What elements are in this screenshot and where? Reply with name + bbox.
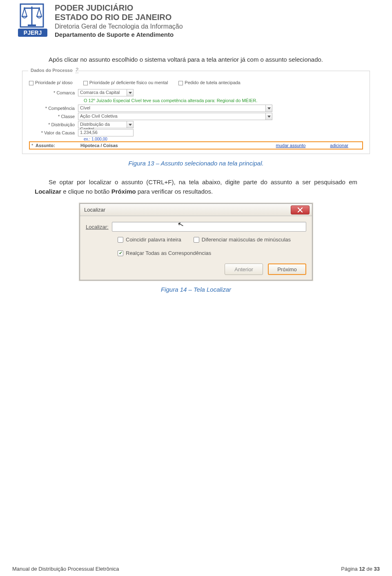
select-comarca[interactable]: Comarca da Capital <box>78 89 127 96</box>
footer-prefix: Página <box>341 566 359 572</box>
select-classe[interactable]: Ação Civil Coletiva <box>78 113 266 120</box>
assunto-value: Hipoteca / Coisas <box>80 143 170 148</box>
chk-label: Pedido de tutela antecipada <box>185 80 240 85</box>
select-distribuicao[interactable]: Distribuição da Capital <box>78 121 127 128</box>
panel-legend: Dados do Processo <box>28 68 75 73</box>
close-icon[interactable] <box>291 205 310 214</box>
page-footer: Manual de Distribuição Processual Eletrô… <box>0 566 392 572</box>
footer-mid: de <box>365 566 374 572</box>
select-competencia[interactable]: Cível <box>78 105 266 112</box>
footer-left: Manual de Distribuição Processual Eletrô… <box>12 566 119 572</box>
svg-rect-5 <box>28 25 36 26</box>
chk-label: Prioridade p/ idoso <box>35 80 73 85</box>
dados-processo-panel: Dados do Processo ? Prioridade p/ idoso … <box>22 71 370 154</box>
chevron-down-icon[interactable] <box>127 121 134 128</box>
chk-label: Diferenciar maiúsculas de minúsculas <box>202 237 291 243</box>
svg-text:PJERJ: PJERJ <box>24 29 42 36</box>
cursor-icon: ↖ <box>176 219 185 230</box>
chk-label: Realçar Todas as Correspondências <box>126 250 211 256</box>
input-valor-causa[interactable]: 1.234,56 <box>78 129 134 136</box>
assunto-highlight-row: * Assunto: Hipoteca / Coisas mudar assun… <box>29 141 363 150</box>
footer-page: Página 12 de 33 <box>341 566 380 572</box>
header-titles: PODER JUDICIÁRIO ESTADO DO RIO DE JANEIR… <box>55 2 183 38</box>
link-adicionar-assunto[interactable]: adicionar <box>330 143 348 148</box>
label-valor-causa: Valor da Causa <box>29 130 78 135</box>
figure13-caption: Figura 13 – Assunto selecionado na tela … <box>12 160 380 167</box>
chk-prioridade-deficiente[interactable]: Prioridade p/ deficiente físico ou menta… <box>83 80 168 85</box>
label-localizar: Localizar: <box>86 224 109 230</box>
competencia-warning: O 12º Juizado Especial Cível teve sua co… <box>27 97 365 104</box>
label-competencia: Competência <box>29 106 78 111</box>
dialog-title-text: Localizar <box>84 207 105 213</box>
chk-realcar[interactable]: Realçar Todas as Correspondências <box>118 250 306 256</box>
p2-a: Se optar por localizar o assunto (CTRL+F… <box>49 179 357 185</box>
btn-anterior[interactable]: Anterior <box>225 263 263 275</box>
help-icon[interactable]: ? <box>76 67 78 73</box>
chk-tutela-antecipada[interactable]: Pedido de tutela antecipada <box>178 80 240 85</box>
chk-prioridade-idoso[interactable]: Prioridade p/ idoso <box>29 80 73 85</box>
chk-label: Coincidir palavra inteira <box>126 237 181 243</box>
paragraph-2: Se optar por localizar o assunto (CTRL+F… <box>35 177 357 196</box>
header-line3: Diretoria Geral de Tecnologia da Informa… <box>55 23 183 30</box>
link-mudar-assunto[interactable]: mudar assunto <box>276 143 306 148</box>
logo-pjerj: PJERJ <box>16 2 49 38</box>
p2-bold-proximo: Próximo <box>111 188 136 195</box>
header-line1: PODER JUDICIÁRIO <box>55 3 183 13</box>
figure14-caption: Figura 14 – Tela Localizar <box>12 286 380 293</box>
chevron-down-icon[interactable] <box>127 89 134 96</box>
chk-diferenciar[interactable]: Diferenciar maiúsculas de minúsculas <box>194 237 291 243</box>
label-classe: Classe <box>29 114 78 119</box>
input-localizar[interactable]: ↖ <box>112 222 306 232</box>
chk-label: Prioridade p/ deficiente físico ou menta… <box>89 80 168 85</box>
chevron-down-icon[interactable] <box>266 113 272 120</box>
localizar-dialog: Localizar Localizar: ↖ Coincidir palavra… <box>80 203 312 280</box>
p2-e: para verificar os resultados. <box>136 188 213 195</box>
btn-proximo[interactable]: Próximo <box>268 263 306 275</box>
p2-bold-localizar: Localizar <box>35 188 61 195</box>
valor-example: ex.: 1.000,00 <box>27 137 365 141</box>
footer-total: 33 <box>374 566 380 572</box>
p2-c: e clique no botão <box>61 188 111 195</box>
footer-current: 12 <box>359 566 365 572</box>
document-header: PJERJ PODER JUDICIÁRIO ESTADO DO RIO DE … <box>0 0 392 38</box>
chevron-down-icon[interactable] <box>266 105 272 112</box>
header-line2: ESTADO DO RIO DE JANEIRO <box>55 13 183 22</box>
header-line4: Departamento de Suporte e Atendimento <box>55 31 183 38</box>
label-comarca: Comarca <box>29 90 78 95</box>
label-assunto: Assunto: <box>36 143 80 148</box>
paragraph-1: Após clicar no assunto escolhido o siste… <box>35 55 357 64</box>
label-distribuicao: Distribuição <box>29 122 78 127</box>
dialog-titlebar: Localizar <box>80 204 312 216</box>
chk-coincidir[interactable]: Coincidir palavra inteira <box>118 237 181 243</box>
priority-check-row: Prioridade p/ idoso Prioridade p/ defici… <box>27 78 365 89</box>
scales-icon: PJERJ <box>16 2 49 38</box>
